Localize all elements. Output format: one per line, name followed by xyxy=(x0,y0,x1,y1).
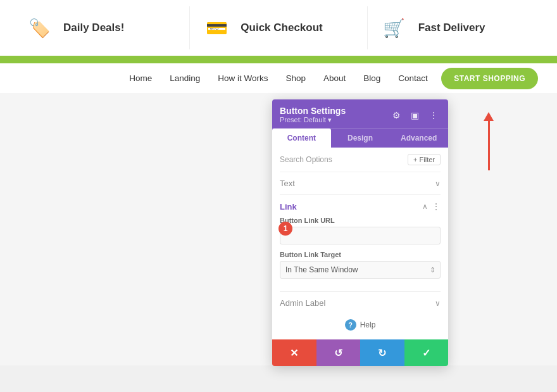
undo-button[interactable]: ↺ xyxy=(316,339,361,366)
link-section: Button Link URL Button Link Target In Th… xyxy=(280,212,441,279)
link-accordion-actions: ∧ ⋮ xyxy=(422,201,441,212)
redo-button[interactable]: ↻ xyxy=(360,339,404,366)
nav-link-about[interactable]: About xyxy=(323,73,346,83)
confirm-button[interactable]: ✓ xyxy=(404,339,449,366)
nav-link-blog[interactable]: Blog xyxy=(363,73,380,83)
tab-content[interactable]: Content xyxy=(272,129,331,148)
url-input[interactable] xyxy=(280,227,441,244)
nav-link-landing[interactable]: Landing xyxy=(170,73,200,83)
panel-header: Button Settings Preset: Default ▾ ⚙ ▣ ⋮ xyxy=(272,99,448,128)
panel-body: Search Options + Filter Text ∨ Link ∧ ⋮ xyxy=(272,148,448,339)
quick-checkout-title: Quick Checkout xyxy=(241,22,322,34)
nav-link-how-it-works[interactable]: How it Works xyxy=(218,73,268,83)
main-area: 1 Button Settings Preset: Default ▾ ⚙ ▣ … xyxy=(0,93,557,365)
link-accordion-header[interactable]: Link ∧ ⋮ xyxy=(280,201,441,212)
text-accordion-label: Text xyxy=(280,179,295,188)
nav-links: Home Landing How it Works Shop About Blo… xyxy=(129,73,428,83)
link-accordion-label: Link xyxy=(280,202,297,212)
admin-accordion-header[interactable]: Admin Label ∨ xyxy=(280,298,441,308)
link-chevron-icon: ∧ xyxy=(422,202,428,211)
nav-link-contact[interactable]: Contact xyxy=(398,73,428,83)
fast-delivery-title: Fast Delivery xyxy=(418,22,485,34)
text-accordion: Text ∨ xyxy=(280,172,441,194)
help-label: Help xyxy=(360,320,376,329)
panel-title: Button Settings xyxy=(280,106,346,116)
feature-item-daily-deals: 🏷️ Daily Deals! xyxy=(13,6,189,49)
quick-checkout-icon: 💳 xyxy=(200,11,233,44)
target-select[interactable]: In The Same Window In A New Tab xyxy=(280,261,441,279)
tab-advanced[interactable]: Advanced xyxy=(389,129,448,148)
admin-chevron-icon: ∨ xyxy=(435,299,441,308)
panel-menu-icon[interactable]: ⋮ xyxy=(427,109,441,122)
daily-deals-title: Daily Deals! xyxy=(63,22,124,34)
red-arrow xyxy=(484,112,494,170)
arrow-line xyxy=(488,120,490,170)
panel-tabs: Content Design Advanced xyxy=(272,128,448,148)
link-accordion: Link ∧ ⋮ Button Link URL Button Link Tar… xyxy=(280,194,441,291)
panel-expand-icon[interactable]: ▣ xyxy=(408,109,422,122)
search-options-label: Search Options xyxy=(280,155,332,164)
feature-bar: 🏷️ Daily Deals! 💳 Quick Checkout 🛒 Fast … xyxy=(0,0,557,58)
help-row: ? Help xyxy=(280,314,441,333)
settings-panel: Button Settings Preset: Default ▾ ⚙ ▣ ⋮ … xyxy=(272,99,448,366)
admin-accordion-label: Admin Label xyxy=(280,298,325,308)
start-shopping-button[interactable]: START SHOPPING xyxy=(441,68,538,89)
link-menu-icon[interactable]: ⋮ xyxy=(432,201,441,212)
panel-footer: ✕ ↺ ↻ ✓ xyxy=(272,339,448,366)
nav-link-shop[interactable]: Shop xyxy=(285,73,306,83)
cancel-button[interactable]: ✕ xyxy=(272,339,316,366)
target-field-label: Button Link Target xyxy=(280,251,441,258)
feature-item-fast-delivery: 🛒 Fast Delivery xyxy=(367,6,544,49)
panel-settings-icon[interactable]: ⚙ xyxy=(390,109,403,122)
search-options-row: Search Options + Filter xyxy=(280,154,441,165)
panel-preset: Preset: Default ▾ xyxy=(280,116,346,124)
feature-item-quick-checkout: 💳 Quick Checkout xyxy=(189,6,366,49)
admin-label-accordion: Admin Label ∨ xyxy=(280,291,441,314)
help-icon: ? xyxy=(345,319,356,331)
panel-header-left: Button Settings Preset: Default ▾ xyxy=(280,106,346,124)
nav-bar: Home Landing How it Works Shop About Blo… xyxy=(0,63,557,93)
daily-deals-icon: 🏷️ xyxy=(23,11,56,44)
panel-header-actions: ⚙ ▣ ⋮ xyxy=(390,109,441,122)
fast-delivery-icon: 🛒 xyxy=(378,11,411,44)
green-divider xyxy=(0,58,557,63)
text-chevron-icon: ∨ xyxy=(435,179,441,188)
nav-link-home[interactable]: Home xyxy=(129,73,152,83)
url-field-label: Button Link URL xyxy=(280,217,441,224)
tab-design[interactable]: Design xyxy=(331,129,390,148)
filter-button[interactable]: + Filter xyxy=(408,154,441,165)
target-select-wrapper: In The Same Window In A New Tab xyxy=(280,261,441,279)
text-accordion-header[interactable]: Text ∨ xyxy=(280,179,441,188)
step-badge: 1 xyxy=(278,222,292,236)
